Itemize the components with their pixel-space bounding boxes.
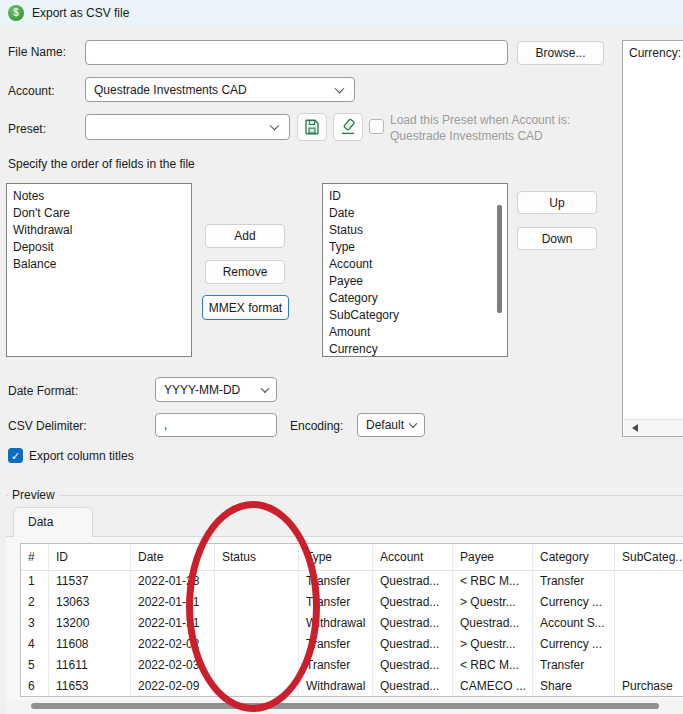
fields-section-label: Specify the order of fields in the file (8, 157, 195, 171)
table-cell (615, 592, 683, 613)
chevron-down-icon (409, 420, 417, 428)
file-name-label: File Name: (8, 45, 66, 59)
load-preset-label-line2: Questrade Investments CAD (390, 128, 543, 144)
list-item[interactable]: Deposit (7, 239, 191, 256)
preset-select[interactable] (85, 114, 290, 140)
table-cell: 2022-01-31 (131, 592, 215, 613)
table-cell: Purchase (615, 676, 683, 697)
table-cell: Currency ... (533, 592, 615, 613)
list-item[interactable]: Date (323, 205, 507, 222)
table-row[interactable]: 2130632022-01-31TransferQuestrad...> Que… (21, 592, 683, 613)
list-item[interactable]: Payee (323, 273, 507, 290)
table-row[interactable]: 3132002022-01-31WithdrawalQuestrad...Que… (21, 613, 683, 634)
currency-panel-hscrollbar[interactable] (624, 419, 683, 435)
account-select-value: Questrade Investments CAD (94, 83, 247, 97)
date-format-select[interactable]: YYYY-MM-DD (155, 377, 277, 402)
table-cell: 13063 (49, 592, 131, 613)
column-header[interactable]: Date (131, 544, 215, 570)
column-header[interactable]: # (21, 544, 49, 570)
column-header[interactable]: Account (373, 544, 453, 570)
list-item[interactable]: ID (323, 188, 507, 205)
list-item[interactable]: Amount (323, 324, 507, 341)
list-item[interactable]: Category (323, 290, 507, 307)
encoding-select[interactable]: Default (357, 413, 425, 437)
load-preset-checkbox[interactable] (369, 119, 384, 134)
list-item[interactable]: Don't Care (7, 205, 191, 222)
column-header[interactable]: Type (299, 544, 373, 570)
table-cell: Transfer (533, 655, 615, 676)
mmex-format-button[interactable]: MMEX format (202, 295, 289, 320)
eraser-icon (339, 118, 357, 136)
list-item[interactable]: Balance (7, 256, 191, 273)
load-preset-label-line1: Load this Preset when Account is: (390, 112, 570, 128)
list-item[interactable]: Status (323, 222, 507, 239)
account-label: Account: (8, 84, 55, 98)
table-cell: 11608 (49, 634, 131, 655)
preview-table-body: 1115372022-01-28TransferQuestrad...< RBC… (21, 571, 683, 697)
preview-hscrollbar[interactable] (6, 700, 683, 714)
table-cell: Questrad... (373, 676, 453, 697)
remove-button[interactable]: Remove (205, 260, 285, 284)
chevron-down-icon (335, 83, 345, 93)
clear-preset-button[interactable] (333, 113, 363, 141)
table-cell: Transfer (299, 592, 373, 613)
window-title: Export as CSV file (32, 6, 129, 20)
export-column-titles-label: Export column titles (29, 449, 134, 463)
mmex-logo-icon: $ (8, 5, 24, 21)
csv-delimiter-label: CSV Delimiter: (8, 419, 87, 433)
table-cell: Withdrawal (299, 676, 373, 697)
preview-groupbox-border (6, 495, 683, 496)
list-item[interactable]: Notes (7, 188, 191, 205)
table-row[interactable]: 4116082022-02-02TransferQuestrad...> Que… (21, 634, 683, 655)
listbox-scrollbar-thumb[interactable] (497, 205, 502, 313)
csv-delimiter-input[interactable] (155, 413, 277, 437)
table-cell: < RBC M... (453, 571, 533, 592)
table-cell: 4 (21, 634, 49, 655)
title-bar: $ Export as CSV file (0, 0, 683, 26)
add-button[interactable]: Add (205, 224, 285, 248)
column-header[interactable]: SubCateg... (615, 544, 683, 570)
export-column-titles-checkbox[interactable]: ✓ (8, 448, 23, 463)
preview-table-header-row: #IDDateStatusTypeAccountPayeeCategorySub… (21, 544, 683, 571)
table-cell: 2022-02-02 (131, 634, 215, 655)
scroll-left-arrow-icon[interactable] (632, 424, 638, 432)
currency-panel: Currency: (622, 40, 683, 437)
table-cell: 11537 (49, 571, 131, 592)
preview-legend: Preview (8, 488, 59, 502)
column-header[interactable]: Payee (453, 544, 533, 570)
preset-label: Preset: (8, 122, 46, 136)
up-button[interactable]: Up (517, 191, 597, 214)
table-cell (615, 571, 683, 592)
date-format-value: YYYY-MM-DD (164, 383, 240, 397)
preview-hscrollbar-thumb[interactable] (31, 703, 659, 709)
table-row[interactable]: 6116532022-02-09WithdrawalQuestrad...CAM… (21, 676, 683, 697)
list-item[interactable]: SubCategory (323, 307, 507, 324)
selected-fields-listbox[interactable]: IDDateStatusTypeAccountPayeeCategorySubC… (322, 183, 508, 357)
browse-button[interactable]: Browse... (517, 41, 604, 65)
available-fields-listbox[interactable]: NotesDon't CareWithdrawalDepositBalance (6, 183, 192, 357)
down-button[interactable]: Down (517, 227, 597, 250)
list-item[interactable]: Currency (323, 341, 507, 357)
list-item[interactable]: Account (323, 256, 507, 273)
table-row[interactable]: 5116112022-02-03TransferQuestrad...< RBC… (21, 655, 683, 676)
column-header[interactable]: Category (533, 544, 615, 570)
table-row[interactable]: 1115372022-01-28TransferQuestrad...< RBC… (21, 571, 683, 592)
table-cell (215, 571, 299, 592)
list-item[interactable]: Withdrawal (7, 222, 191, 239)
file-name-input[interactable] (85, 40, 508, 65)
list-item[interactable]: Type (323, 239, 507, 256)
table-cell: 3 (21, 613, 49, 634)
column-header[interactable]: Status (215, 544, 299, 570)
date-format-label: Date Format: (8, 384, 78, 398)
table-cell: 2022-02-09 (131, 676, 215, 697)
save-preset-button[interactable] (297, 113, 327, 141)
table-cell (615, 634, 683, 655)
account-select[interactable]: Questrade Investments CAD (85, 77, 355, 102)
tab-data[interactable]: Data (13, 507, 93, 537)
column-header[interactable]: ID (49, 544, 131, 570)
table-cell: Currency ... (533, 634, 615, 655)
table-cell: 2022-02-03 (131, 655, 215, 676)
table-cell (215, 655, 299, 676)
table-cell: Questrad... (453, 613, 533, 634)
table-cell: < RBC M... (453, 655, 533, 676)
